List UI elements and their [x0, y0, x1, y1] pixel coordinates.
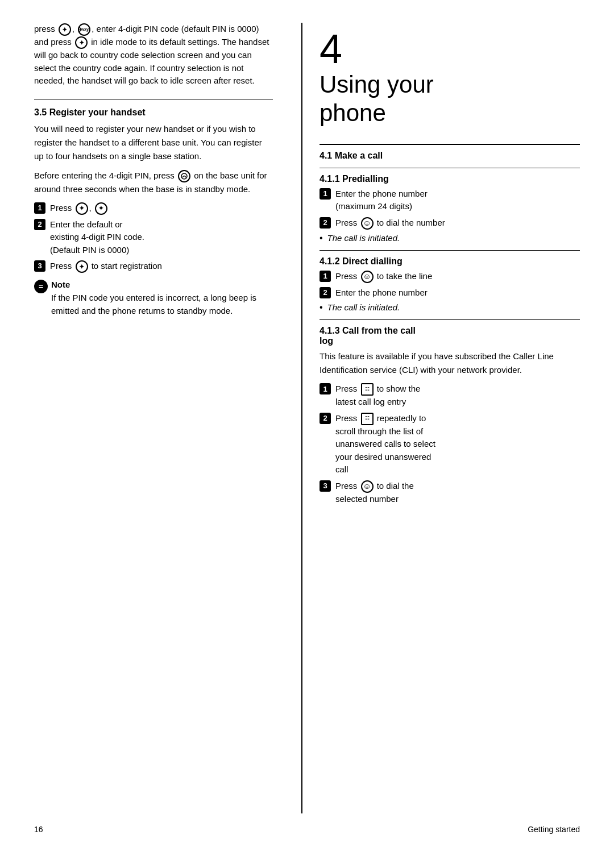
note-title: Note: [51, 280, 70, 289]
section-4-1: 4.1 Make a call: [320, 151, 580, 161]
bullet-dot-1: •: [320, 233, 323, 243]
step-num-3: 3: [34, 260, 45, 272]
step-num-1: 1: [34, 202, 45, 214]
direct-dial-bullet: • The call is initiated.: [320, 302, 580, 313]
divider-4-1-2: [320, 319, 580, 320]
left-column: press ✦, 9wxyz, enter 4-digit PIN code (…: [34, 23, 301, 813]
two-column-layout: press ✦, 9wxyz, enter 4-digit PIN code (…: [34, 23, 580, 813]
icon-smiley-dial: ☺: [361, 217, 374, 230]
icon-smiley-select: ☺: [361, 480, 374, 493]
section-3-5-body1: You will need to register your new hands…: [34, 122, 273, 163]
right-column: 4 Using your phone 4.1 Make a call 4.1.1…: [301, 23, 580, 813]
divider-4-1-1: [320, 250, 580, 251]
note-block: = Note If the PIN code you entered is in…: [34, 280, 273, 317]
call-log-num-3: 3: [320, 480, 331, 492]
icon-star-circle2: ✦: [75, 36, 88, 49]
divider-4-1: [320, 168, 580, 168]
icon-log-2: ☷: [361, 413, 374, 425]
direct-dial-step2-content: Enter the phone number: [335, 286, 580, 300]
icon-star-circle: ✦: [59, 23, 71, 36]
step-num-2: 2: [34, 219, 45, 230]
predialling-step-2: 2 Press ☺ to dial the number: [320, 217, 580, 230]
section-4-1-1-title: 4.1.1 Predialling: [320, 174, 580, 184]
step-2-content: Enter the default or existing 4-digit PI…: [50, 218, 273, 257]
section-4-1-2: 4.1.2 Direct dialling 1 Press ☺ to take …: [320, 256, 580, 313]
call-log-step1-content: Press ☷ to show the latest call log entr…: [335, 383, 580, 409]
section-3-5-title: 3.5 Register your handset: [34, 107, 273, 118]
page-footer: 16 Getting started: [34, 813, 580, 834]
chapter-title: Using your phone: [320, 70, 580, 128]
chapter-number: 4: [320, 28, 580, 69]
section-4-1-2-title: 4.1.2 Direct dialling: [320, 256, 580, 267]
divider-intro: [34, 99, 273, 99]
predialling-num-1: 1: [320, 188, 331, 200]
intro-text: press ✦, 9wxyz, enter 4-digit PIN code (…: [34, 23, 273, 88]
icon-base-unit: [178, 170, 190, 182]
section-3-5-body2: Before entering the 4-digit PIN, press o…: [34, 169, 273, 196]
icon-star-step3: ✦: [76, 260, 88, 273]
direct-dial-num-1: 1: [320, 271, 331, 282]
section-4-1-3-body: This feature is available if you have su…: [320, 350, 580, 377]
icon-star-step1b: ✦: [95, 202, 107, 215]
predialling-step-1: 1 Enter the phone number (maximum 24 dig…: [320, 188, 580, 213]
section-4-1-3: 4.1.3 Call from the call log This featur…: [320, 326, 580, 505]
call-log-num-1: 1: [320, 383, 331, 394]
chapter-divider: [320, 144, 580, 145]
icon-star-step1a: ✦: [76, 202, 88, 215]
direct-dial-step1-content: Press ☺ to take the line: [335, 270, 580, 283]
direct-dial-steps: 1 Press ☺ to take the line 2 Enter the p…: [320, 270, 580, 300]
section-3-5: 3.5 Register your handset You will need …: [34, 107, 273, 318]
call-log-steps: 1 Press ☷ to show the latest call log en…: [320, 383, 580, 505]
step-1-content: Press ✦, ✦: [50, 202, 273, 215]
note-content: Note If the PIN code you entered is inco…: [51, 280, 273, 317]
step-1: 1 Press ✦, ✦: [34, 202, 273, 215]
predialling-steps: 1 Enter the phone number (maximum 24 dig…: [320, 188, 580, 230]
chapter-header: 4 Using your phone: [320, 23, 580, 134]
direct-dial-num-2: 2: [320, 287, 331, 298]
predialling-num-2: 2: [320, 217, 331, 229]
section-3-5-steps: 1 Press ✦, ✦ 2 Enter the default or exis…: [34, 202, 273, 273]
call-log-step-2: 2 Press ☷ repeatedly to scroll through t…: [320, 412, 580, 476]
step-3-content: Press ✦ to start registration: [50, 260, 273, 273]
bullet-dot-2: •: [320, 302, 323, 313]
predialling-step2-content: Press ☺ to dial the number: [335, 217, 580, 230]
step-2: 2 Enter the default or existing 4-digit …: [34, 218, 273, 257]
icon-log-1: ☷: [361, 383, 374, 396]
call-log-num-2: 2: [320, 413, 331, 424]
note-body: If the PIN code you entered is incorrect…: [51, 292, 273, 317]
icon-smiley-line: ☺: [361, 271, 374, 283]
section-4-1-3-title: 4.1.3 Call from the call log: [320, 326, 580, 346]
call-log-step2-content: Press ☷ repeatedly to scroll through the…: [335, 412, 580, 476]
direct-dial-step-2: 2 Enter the phone number: [320, 286, 580, 300]
call-log-step-3: 3 Press ☺ to dial the selected number: [320, 480, 580, 506]
section-4-1-title: 4.1 Make a call: [320, 151, 580, 161]
note-icon: =: [34, 280, 48, 293]
predialling-step1-content: Enter the phone number (maximum 24 digit…: [335, 188, 580, 213]
predialling-bullet: • The call is initiated.: [320, 233, 580, 243]
step-3: 3 Press ✦ to start registration: [34, 260, 273, 273]
page-container: press ✦, 9wxyz, enter 4-digit PIN code (…: [0, 0, 614, 868]
direct-dial-step-1: 1 Press ☺ to take the line: [320, 270, 580, 283]
icon-9-circle: 9wxyz: [78, 23, 90, 36]
footer-section: Getting started: [528, 825, 580, 834]
page-number: 16: [34, 825, 43, 834]
section-4-1-1: 4.1.1 Predialling 1 Enter the phone numb…: [320, 174, 580, 243]
call-log-step3-content: Press ☺ to dial the selected number: [335, 480, 580, 506]
call-log-step-1: 1 Press ☷ to show the latest call log en…: [320, 383, 580, 409]
